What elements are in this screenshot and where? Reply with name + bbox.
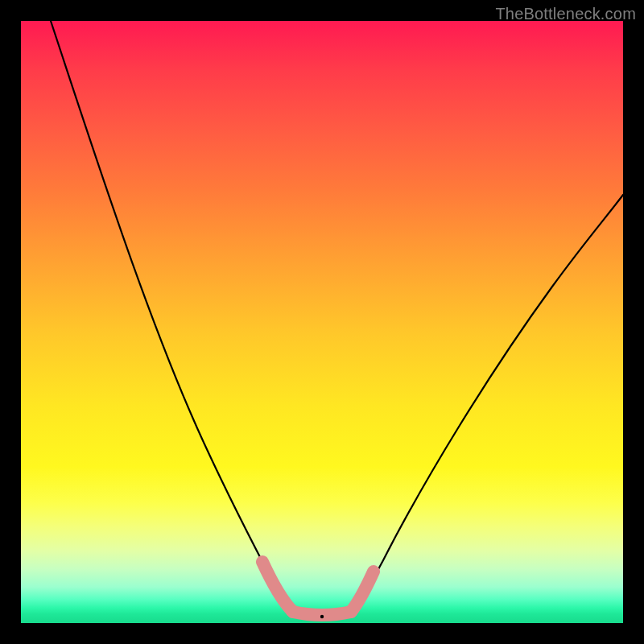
marker-left [262,562,293,612]
marker-bottom [293,612,351,615]
curves-svg [21,21,623,623]
plot-area [21,21,623,623]
chart-frame: TheBottleneck.com [0,0,644,644]
bottleneck-curve-left [51,21,293,612]
bottleneck-curve-right [351,195,623,612]
min-point [320,615,324,618]
marker-right [351,572,374,612]
